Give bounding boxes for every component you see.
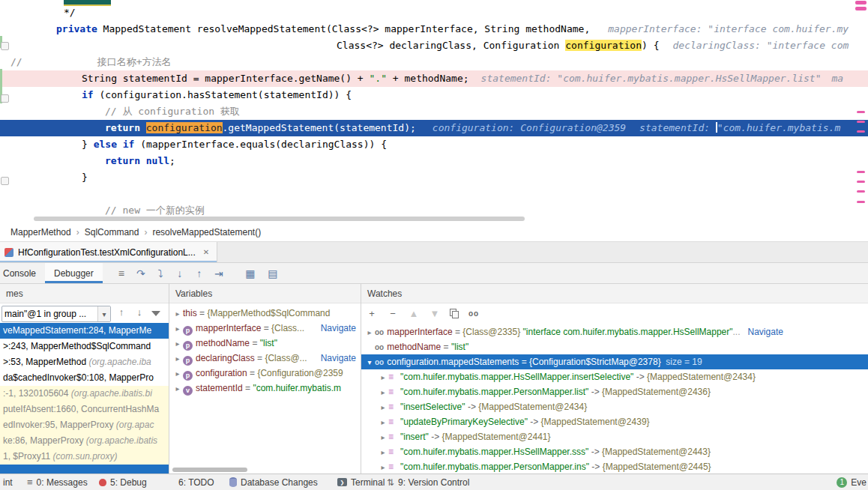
watch-row[interactable]: ▸≡"com.huifer.mybatis.mapper.PersonMappe… <box>361 459 868 474</box>
run-to-cursor-icon[interactable]: ⇥ <box>211 264 227 283</box>
frame-row[interactable]: ke:86, MapperProxy (org.apache.ibatis <box>0 433 169 449</box>
watch-row[interactable]: ▸≡"insert" -> {MappedStatement@2441} <box>361 429 868 444</box>
move-watch-up-icon[interactable]: ▲ <box>408 308 420 319</box>
chevron-right-icon[interactable]: ▸ <box>378 370 388 384</box>
step-over-icon[interactable]: ⤵ <box>152 264 169 283</box>
error-stripe-mark[interactable] <box>857 111 865 113</box>
code-area[interactable]: */private MappedStatement resolveMappedS… <box>0 0 868 223</box>
breadcrumb-item[interactable]: SqlCommand <box>85 227 139 238</box>
variable-row[interactable]: ▸pdeclaringClass = {Class@...Navigate <box>169 351 361 366</box>
add-watch-icon[interactable]: + <box>366 308 378 319</box>
chevron-right-icon[interactable]: ▸ <box>172 336 183 351</box>
statusbar-database-changes[interactable]: Database Changes <box>229 474 318 490</box>
error-stripe-mark[interactable] <box>855 1 867 4</box>
statusbar-messages[interactable]: ≡0: Messages <box>27 474 88 490</box>
variable-row[interactable]: ▸this = {MapperMethod$SqlCommand <box>169 306 361 321</box>
variable-row[interactable]: ▸pmapperInterface = {Class...Navigate <box>169 321 361 336</box>
show-watches-in-variables-icon[interactable]: oo <box>468 309 480 318</box>
variable-row[interactable]: ▸pconfiguration = {Configuration@2359 <box>169 366 361 381</box>
statusbar-version-control[interactable]: ⇅9: Version Control <box>387 474 469 490</box>
frame-row[interactable] <box>0 465 169 474</box>
chevron-down-icon[interactable]: ▾ <box>97 306 110 321</box>
navigate-link[interactable]: Navigate <box>321 321 356 336</box>
move-watch-down-icon[interactable]: ▼ <box>429 308 441 319</box>
chevron-right-icon[interactable]: ▸ <box>378 430 388 444</box>
watch-row[interactable]: ▸≡"com.huifer.mybatis.mapper.HsSellMappe… <box>361 444 868 459</box>
error-stripe-mark[interactable] <box>857 190 865 193</box>
code-line[interactable]: return configuration.getMappedStatement(… <box>0 120 868 136</box>
code-line[interactable]: private MappedStatement resolveMappedSta… <box>0 21 868 37</box>
chevron-right-icon[interactable]: ▸ <box>378 400 388 414</box>
frame-row[interactable]: >:243, MapperMethod$SqlCommand <box>0 339 169 354</box>
code-editor[interactable]: */private MappedStatement resolveMappedS… <box>0 0 868 223</box>
error-stripe-mark[interactable] <box>857 181 865 183</box>
gutter-icon[interactable] <box>1 94 9 103</box>
statusbar-left-cut-text[interactable]: int <box>3 474 13 490</box>
chevron-right-icon[interactable]: ▸ <box>378 460 388 474</box>
step-out-icon[interactable]: ↑ <box>191 264 208 283</box>
chevron-right-icon[interactable]: ▸ <box>172 351 183 366</box>
hide-library-frames-filter-icon[interactable] <box>151 311 160 316</box>
chevron-right-icon[interactable]: ▸ <box>172 366 183 381</box>
chevron-right-icon[interactable]: ▸ <box>378 385 388 399</box>
variable-row[interactable]: ▸vstatementId = "com.huifer.mybatis.m <box>169 381 361 396</box>
restore-layout-icon[interactable]: ▤ <box>265 264 281 283</box>
frame-row[interactable]: :-1, 1320105604 (org.apache.ibatis.bi <box>0 386 169 402</box>
code-line[interactable]: } <box>0 169 868 186</box>
variables-horizontal-scrollbar[interactable] <box>172 468 247 472</box>
thread-selector[interactable]: main"@1 in group ... ▾ <box>1 306 111 322</box>
frame-row[interactable]: puteIfAbsent:1660, ConcurrentHashMa <box>0 402 169 417</box>
navigate-link[interactable]: Navigate <box>748 327 783 337</box>
show-execution-point-icon[interactable]: ↷ <box>133 264 149 283</box>
editor-horizontal-scrollbar[interactable] <box>0 216 868 222</box>
error-stripe-mark[interactable] <box>857 171 865 173</box>
error-stripe-mark[interactable] <box>857 121 865 123</box>
navigate-link[interactable]: Navigate <box>321 351 356 366</box>
variable-row[interactable]: ▸pmethodName = "list" <box>169 336 361 351</box>
watch-row[interactable]: oomethodName = "list" <box>361 339 868 354</box>
watch-row[interactable]: ▸≡"com.huifer.mybatis.mapper.PersonMappe… <box>361 384 868 399</box>
chevron-right-icon[interactable]: ▸ <box>172 306 183 321</box>
frame-row[interactable]: da$cachedInvoker$0:108, MapperPro <box>0 370 169 386</box>
debugger-tab-debugger[interactable]: Debugger <box>45 263 103 283</box>
watch-row[interactable]: ▸oomapperInterface = {Class@2335} "inter… <box>361 324 868 339</box>
chevron-right-icon[interactable]: ▸ <box>378 445 388 459</box>
code-line[interactable] <box>0 186 868 202</box>
layout-menu-icon[interactable]: ≡ <box>113 264 130 283</box>
code-line[interactable]: if (configuration.hasStatement(statement… <box>0 87 868 103</box>
statusbar-debug[interactable]: 5: Debug <box>99 474 147 490</box>
chevron-down-icon[interactable]: ▾ <box>364 355 375 369</box>
code-line[interactable]: */ <box>0 4 868 21</box>
statusbar-todo[interactable]: 6: TODO <box>178 474 214 490</box>
statusbar-terminal[interactable]: Terminal <box>337 474 385 490</box>
error-stripe-mark[interactable] <box>857 130 865 133</box>
frame-row[interactable]: 1, $Proxy11 (com.sun.proxy) <box>0 449 169 465</box>
chevron-right-icon[interactable]: ▸ <box>172 381 183 396</box>
watch-row[interactable]: ▸≡"insertSelective" -> {MappedStatement@… <box>361 399 868 414</box>
gutter-icon[interactable] <box>1 177 9 185</box>
previous-frame-icon[interactable]: ↑ <box>115 306 127 318</box>
event-log-widget[interactable]: 1 Eve <box>837 474 868 490</box>
watch-row[interactable]: ▾ooconfiguration.mappedStatements = {Con… <box>361 354 868 369</box>
code-line[interactable]: } else if (mapperInterface.equals(declar… <box>0 136 868 153</box>
chevron-right-icon[interactable]: ▸ <box>364 325 375 339</box>
frame-row[interactable]: edInvoker:95, MapperProxy (org.apac <box>0 417 169 433</box>
frame-row[interactable]: >:53, MapperMethod (org.apache.iba <box>0 354 169 370</box>
gutter-icon[interactable] <box>1 42 9 50</box>
code-line[interactable]: String statementId = mapperInterface.get… <box>0 70 868 87</box>
chevron-right-icon[interactable]: ▸ <box>378 415 388 429</box>
frame-row[interactable]: veMappedStatement:284, MapperMe <box>0 323 169 339</box>
debugger-tab-console[interactable]: Console <box>0 263 45 283</box>
remove-watch-icon[interactable]: − <box>387 308 399 319</box>
code-line[interactable]: //接口名称+方法名 <box>0 54 868 70</box>
chevron-right-icon[interactable]: ▸ <box>172 321 183 336</box>
error-stripe-mark[interactable] <box>855 7 867 10</box>
watch-row[interactable]: ▸≡"com.huifer.mybatis.mapper.HsSellMappe… <box>361 369 868 384</box>
code-line[interactable]: Class<?> declaringClass, Configuration c… <box>0 37 868 54</box>
scrollbar-thumb[interactable] <box>34 217 525 221</box>
next-frame-icon[interactable]: ↓ <box>133 306 145 318</box>
layout-grid-icon[interactable]: ▦ <box>242 264 259 283</box>
step-into-icon[interactable]: ↓ <box>172 264 188 283</box>
error-stripe-mark[interactable] <box>857 201 865 203</box>
duplicate-watch-icon[interactable] <box>450 309 459 318</box>
